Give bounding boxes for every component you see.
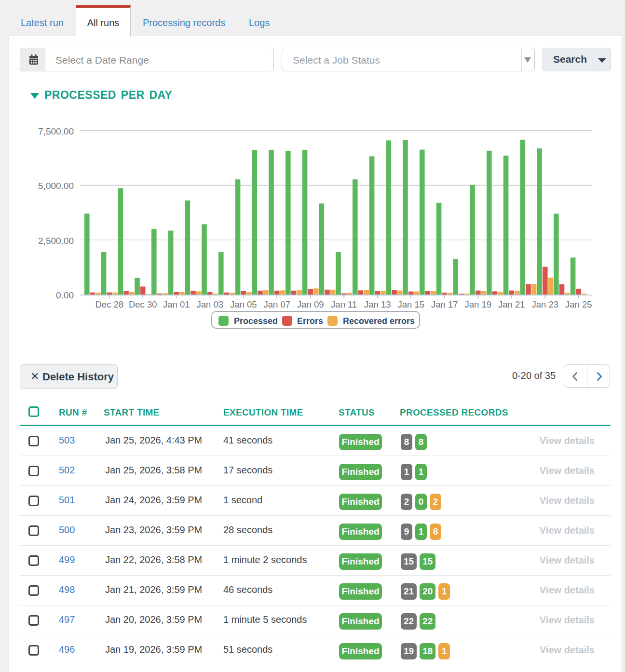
svg-text:Jan 03: Jan 03 bbox=[196, 299, 223, 309]
svg-text:2,500.00: 2,500.00 bbox=[38, 236, 74, 246]
svg-text:5,000.00: 5,000.00 bbox=[38, 181, 74, 191]
svg-text:7,500.00: 7,500.00 bbox=[38, 126, 74, 136]
svg-text:Jan 21: Jan 21 bbox=[498, 299, 525, 309]
svg-text:Jan 25: Jan 25 bbox=[565, 299, 592, 309]
svg-text:Jan 07: Jan 07 bbox=[263, 299, 290, 309]
svg-text:Jan 17: Jan 17 bbox=[431, 299, 458, 309]
svg-text:Jan 23: Jan 23 bbox=[531, 299, 558, 309]
svg-text:Dec 28: Dec 28 bbox=[95, 299, 123, 309]
svg-text:Jan 15: Jan 15 bbox=[397, 299, 424, 309]
svg-text:0.00: 0.00 bbox=[56, 290, 74, 300]
svg-text:Jan 11: Jan 11 bbox=[331, 299, 357, 309]
svg-text:Jan 01: Jan 01 bbox=[163, 299, 190, 309]
svg-text:Jan 05: Jan 05 bbox=[230, 299, 257, 309]
svg-text:Jan 13: Jan 13 bbox=[364, 299, 391, 309]
svg-text:Dec 30: Dec 30 bbox=[129, 299, 157, 309]
svg-text:Jan 09: Jan 09 bbox=[297, 299, 324, 309]
svg-text:Jan 19: Jan 19 bbox=[464, 299, 491, 309]
